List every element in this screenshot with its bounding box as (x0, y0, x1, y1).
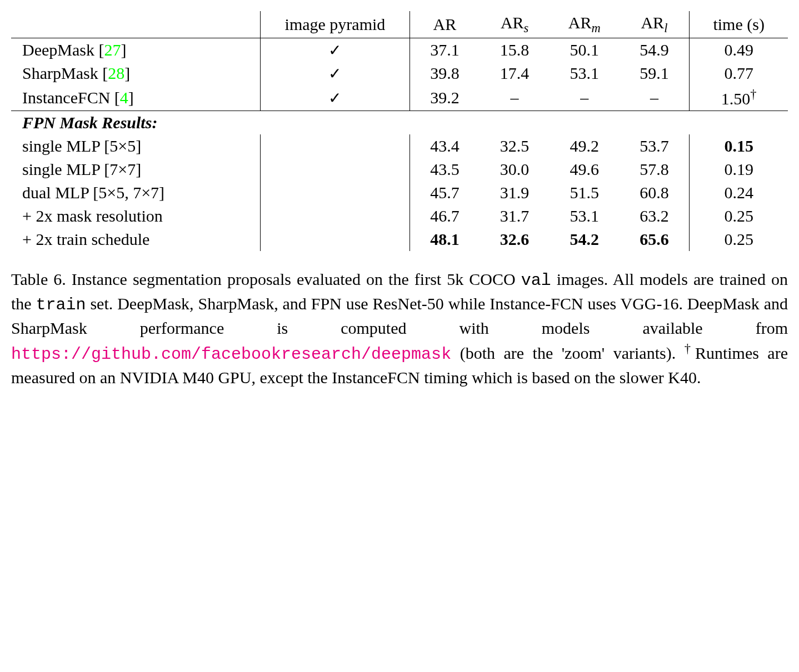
table-row: single MLP [5×5] 43.4 32.5 49.2 53.7 0.1… (11, 134, 788, 158)
pyramid-cell: ✓ (261, 62, 410, 85)
time-cell: 0.25 (690, 204, 788, 228)
github-link[interactable]: https://github.com/facebookresearch/deep… (11, 345, 451, 364)
pyramid-cell (261, 158, 410, 181)
time-cell: 0.25 (690, 228, 788, 251)
ar-cell: 45.7 (410, 181, 480, 204)
method-cell: + 2x train schedule (11, 228, 261, 251)
arm-cell: 49.6 (550, 158, 620, 181)
pyramid-cell (261, 134, 410, 158)
table-row: + 2x mask resolution 46.7 31.7 53.1 63.2… (11, 204, 788, 228)
table-row: dual MLP [5×5, 7×7] 45.7 31.9 51.5 60.8 … (11, 181, 788, 204)
pyramid-cell (261, 181, 410, 204)
table-caption: Table 6. Instance segmentation proposals… (11, 268, 788, 389)
time-cell: 0.15 (690, 134, 788, 158)
method-cell: SharpMask [28] (11, 62, 261, 85)
method-cell: single MLP [7×7] (11, 158, 261, 181)
time-cell: 1.50† (690, 85, 788, 111)
table-row: single MLP [7×7] 43.5 30.0 49.6 57.8 0.1… (11, 158, 788, 181)
ars-cell: – (480, 85, 550, 111)
dagger-icon: † (685, 342, 695, 355)
table-row: DeepMask [27] ✓ 37.1 15.8 50.1 54.9 0.49 (11, 38, 788, 62)
col-ar: AR (410, 11, 480, 38)
time-cell: 0.24 (690, 181, 788, 204)
ar-cell: 37.1 (410, 38, 480, 62)
col-ars: ARs (480, 11, 550, 38)
citation: 4 (120, 88, 128, 107)
arl-cell: 60.8 (620, 181, 690, 204)
arl-cell: 57.8 (620, 158, 690, 181)
time-cell: 0.19 (690, 158, 788, 181)
arl-cell: – (620, 85, 690, 111)
method-cell: single MLP [5×5] (11, 134, 261, 158)
arm-cell: – (550, 85, 620, 111)
pyramid-cell (261, 204, 410, 228)
ars-cell: 31.7 (480, 204, 550, 228)
method-cell: dual MLP [5×5, 7×7] (11, 181, 261, 204)
section-header-row: FPN Mask Results: (11, 111, 788, 135)
arl-cell: 53.7 (620, 134, 690, 158)
ar-cell: 43.5 (410, 158, 480, 181)
citation: 27 (104, 41, 121, 59)
ars-cell: 32.6 (480, 228, 550, 251)
ars-cell: 17.4 (480, 62, 550, 85)
method-cell: DeepMask [27] (11, 38, 261, 62)
ars-cell: 30.0 (480, 158, 550, 181)
ars-cell: 31.9 (480, 181, 550, 204)
arm-cell: 51.5 (550, 181, 620, 204)
pyramid-cell (261, 228, 410, 251)
table-row: InstanceFCN [4] ✓ 39.2 – – – 1.50† (11, 85, 788, 111)
col-arl: ARl (620, 11, 690, 38)
arm-cell: 49.2 (550, 134, 620, 158)
ar-cell: 39.2 (410, 85, 480, 111)
table-row: SharpMask [28] ✓ 39.8 17.4 53.1 59.1 0.7… (11, 62, 788, 85)
arm-cell: 53.1 (550, 62, 620, 85)
col-arm: ARm (550, 11, 620, 38)
ar-cell: 46.7 (410, 204, 480, 228)
code-text: train (36, 295, 86, 314)
arm-cell: 54.2 (550, 228, 620, 251)
table-header-row: image pyramid AR ARs ARm ARl time (s) (11, 11, 788, 38)
section-header: FPN Mask Results: (11, 111, 788, 135)
arm-cell: 50.1 (550, 38, 620, 62)
col-time: time (s) (690, 11, 788, 38)
arl-cell: 63.2 (620, 204, 690, 228)
arl-cell: 59.1 (620, 62, 690, 85)
code-text: val (521, 271, 551, 290)
citation: 28 (108, 64, 124, 82)
dagger-icon: † (750, 87, 756, 101)
pyramid-cell: ✓ (261, 38, 410, 62)
ar-cell: 39.8 (410, 62, 480, 85)
pyramid-cell: ✓ (261, 85, 410, 111)
time-cell: 0.49 (690, 38, 788, 62)
ars-cell: 32.5 (480, 134, 550, 158)
col-pyramid: image pyramid (261, 11, 410, 38)
arl-cell: 65.6 (620, 228, 690, 251)
ar-cell: 48.1 (410, 228, 480, 251)
ars-cell: 15.8 (480, 38, 550, 62)
arm-cell: 53.1 (550, 204, 620, 228)
arl-cell: 54.9 (620, 38, 690, 62)
method-cell: + 2x mask resolution (11, 204, 261, 228)
ar-cell: 43.4 (410, 134, 480, 158)
time-cell: 0.77 (690, 62, 788, 85)
method-cell: InstanceFCN [4] (11, 85, 261, 111)
table-row: + 2x train schedule 48.1 32.6 54.2 65.6 … (11, 228, 788, 251)
results-table: image pyramid AR ARs ARm ARl time (s) De… (11, 11, 788, 251)
